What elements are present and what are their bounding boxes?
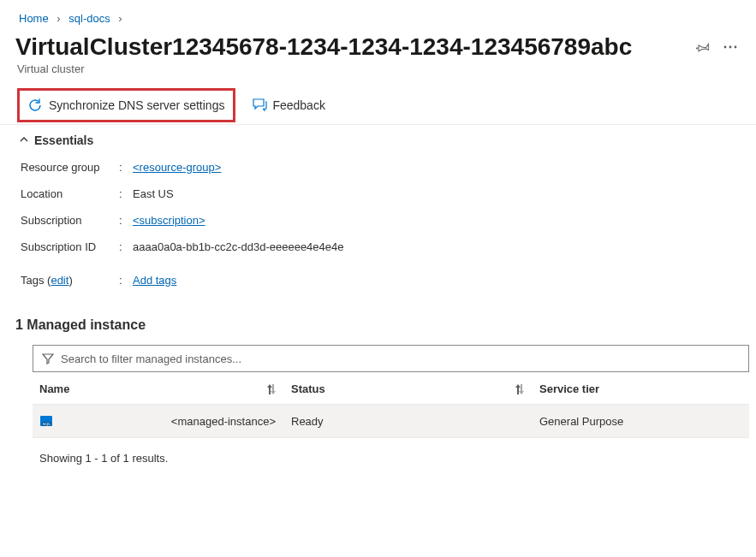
breadcrumb-home[interactable]: Home <box>19 12 49 25</box>
table-header: Name Status Service tier <box>33 372 749 404</box>
label-location: Location <box>21 187 119 200</box>
column-header-tier[interactable]: Service tier <box>539 382 742 395</box>
svg-text:SQL: SQL <box>43 422 51 426</box>
link-resource-group[interactable]: <resource-group> <box>133 161 221 174</box>
page-title: VirtualCluster12345678-1234-1234-1234-12… <box>15 33 696 61</box>
toolbar: Synchronize DNS server settings Feedback <box>0 86 756 125</box>
column-header-name[interactable]: Name <box>39 382 291 395</box>
feedback-button[interactable]: Feedback <box>242 91 335 119</box>
sort-icon <box>267 384 276 394</box>
resource-type-subtitle: Virtual cluster <box>0 61 756 86</box>
essentials-row-subscription: Subscription : <subscription> <box>21 207 756 234</box>
essentials-row-tags: Tags (edit) : Add tags <box>21 267 756 293</box>
table-row[interactable]: SQL <managed-instance> Ready General Pur… <box>33 404 749 438</box>
row-tier: General Purpose <box>539 415 742 428</box>
title-row: VirtualCluster12345678-1234-1234-1234-12… <box>0 28 756 61</box>
managed-instance-table: Name Status Service tier SQL <managed-in… <box>0 345 756 465</box>
row-name: <managed-instance> <box>171 415 276 428</box>
title-actions <box>696 40 756 54</box>
pin-icon[interactable] <box>696 40 710 54</box>
value-location: East US <box>133 187 174 200</box>
breadcrumb-sqldocs[interactable]: sql-docs <box>68 12 110 25</box>
synchronize-dns-label: Synchronize DNS server settings <box>49 98 224 112</box>
feedback-label: Feedback <box>272 98 324 112</box>
more-icon[interactable] <box>723 45 737 49</box>
row-status: Ready <box>291 415 539 428</box>
refresh-icon <box>28 98 42 112</box>
synchronize-dns-button[interactable]: Synchronize DNS server settings <box>17 88 235 122</box>
link-subscription[interactable]: <subscription> <box>133 214 205 227</box>
tags-edit-link[interactable]: edit <box>51 274 68 287</box>
results-count: Showing 1 - 1 of 1 results. <box>33 438 749 465</box>
managed-instance-icon: SQL <box>39 413 55 429</box>
essentials-header-label: Essentials <box>34 133 93 147</box>
svg-point-1 <box>729 46 732 49</box>
label-subscription: Subscription <box>21 214 119 227</box>
essentials-row-resource-group: Resource group : <resource-group> <box>21 154 756 181</box>
search-wrap <box>33 345 749 372</box>
label-subscription-id: Subscription ID <box>21 240 119 253</box>
svg-point-0 <box>724 46 727 49</box>
sort-icon <box>515 384 524 394</box>
essentials-toggle[interactable]: Essentials <box>0 125 756 154</box>
label-resource-group: Resource group <box>21 161 119 174</box>
column-header-status[interactable]: Status <box>291 382 539 395</box>
link-add-tags[interactable]: Add tags <box>133 274 176 287</box>
chevron-right-icon: › <box>118 12 122 25</box>
search-input[interactable] <box>61 353 740 365</box>
breadcrumb: Home › sql-docs › <box>0 0 756 28</box>
feedback-icon <box>253 98 267 112</box>
essentials-row-subscription-id: Subscription ID : aaaa0a0a-bb1b-cc2c-dd3… <box>21 234 756 260</box>
managed-instance-heading: 1 Managed instance <box>0 302 756 345</box>
essentials-panel: Resource group : <resource-group> Locati… <box>0 154 756 302</box>
chevron-right-icon: › <box>57 12 60 25</box>
chevron-up-icon <box>19 133 29 147</box>
essentials-row-location: Location : East US <box>21 181 756 207</box>
label-tags: Tags (edit) <box>21 274 119 287</box>
filter-icon <box>42 353 54 364</box>
value-subscription-id: aaaa0a0a-bb1b-cc2c-dd3d-eeeeee4e4e4e <box>133 240 344 253</box>
svg-point-2 <box>735 46 737 49</box>
